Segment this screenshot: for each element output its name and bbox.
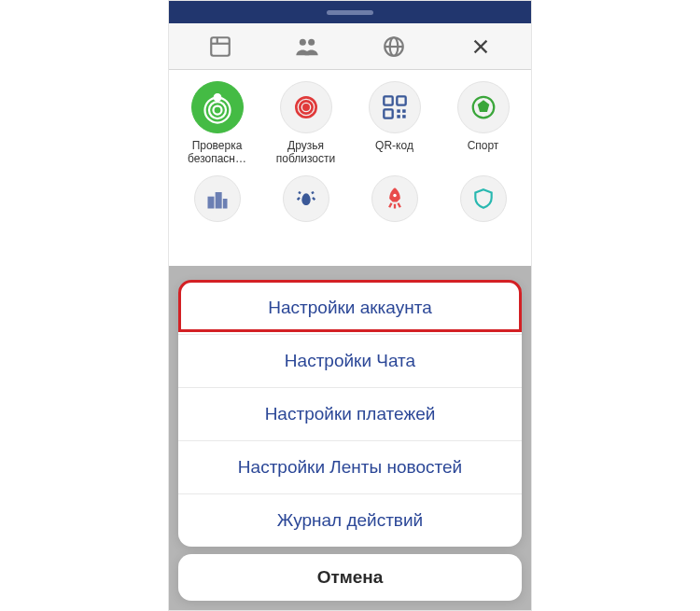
qr-code-icon [369,81,421,133]
safety-check-icon [191,81,244,133]
app-row-2 [169,166,531,228]
sports-icon [457,81,510,133]
status-bar [169,1,531,23]
svg-rect-0 [211,37,230,56]
app-wave[interactable] [264,175,348,228]
app-label: QR-код [375,139,413,152]
svg-rect-14 [216,95,217,100]
svg-rect-29 [222,199,227,209]
tab-bar [169,23,531,70]
svg-rect-28 [215,192,221,209]
svg-rect-20 [384,109,392,118]
action-activity-log[interactable]: Журнал действий [178,494,522,547]
svg-point-11 [209,102,226,118]
app-city[interactable] [175,175,259,228]
svg-point-4 [308,38,315,45]
speaker-slot [327,10,373,15]
svg-point-15 [303,104,308,109]
rocket-icon [371,175,418,222]
app-row-1: Проверка безопасн… Друзья поблизости QR-… [169,70,531,166]
action-cancel[interactable]: Отмена [178,554,522,601]
wave-icon [283,175,329,222]
app-qr-code[interactable]: QR-код [353,81,437,166]
svg-rect-23 [397,115,400,118]
friends-tab-icon[interactable] [294,34,320,60]
action-sheet-group: Настройки аккаунта Настройки Чата Настро… [178,282,522,547]
action-newsfeed-settings[interactable]: Настройки Ленты новостей [178,441,522,494]
svg-marker-26 [479,102,488,111]
svg-point-3 [299,38,305,45]
svg-rect-27 [207,196,214,208]
app-safety-check[interactable]: Проверка безопасн… [175,81,259,166]
svg-rect-24 [402,115,406,118]
shield-icon [460,175,507,222]
app-label: Проверка безопасн… [177,139,258,166]
svg-rect-22 [402,109,406,113]
globe-tab-icon[interactable] [381,34,407,60]
nearby-friends-icon [280,81,332,133]
action-payment-settings[interactable]: Настройки платежей [178,388,522,441]
app-label: Друзья поблизости [266,139,346,166]
app-nearby-friends[interactable]: Друзья поблизости [264,81,348,166]
content-area: Проверка безопасн… Друзья поблизости QR-… [169,70,531,610]
svg-point-30 [393,194,397,198]
phone-frame: Проверка безопасн… Друзья поблизости QR-… [168,0,532,611]
action-chat-settings[interactable]: Настройки Чата [178,335,522,388]
app-label: Спорт [468,139,499,152]
app-sports[interactable]: Спорт [441,81,525,166]
action-sheet: Настройки аккаунта Настройки Чата Настро… [178,282,522,601]
city-icon [194,175,241,222]
feed-tab-icon[interactable] [207,34,233,60]
app-shield[interactable] [441,175,525,228]
svg-rect-21 [397,109,400,113]
svg-point-10 [213,106,221,115]
app-rocket[interactable] [353,175,437,228]
close-tab-icon[interactable] [468,34,494,60]
action-account-settings[interactable]: Настройки аккаунта [178,282,522,335]
svg-rect-18 [384,96,392,104]
svg-rect-19 [397,96,405,104]
